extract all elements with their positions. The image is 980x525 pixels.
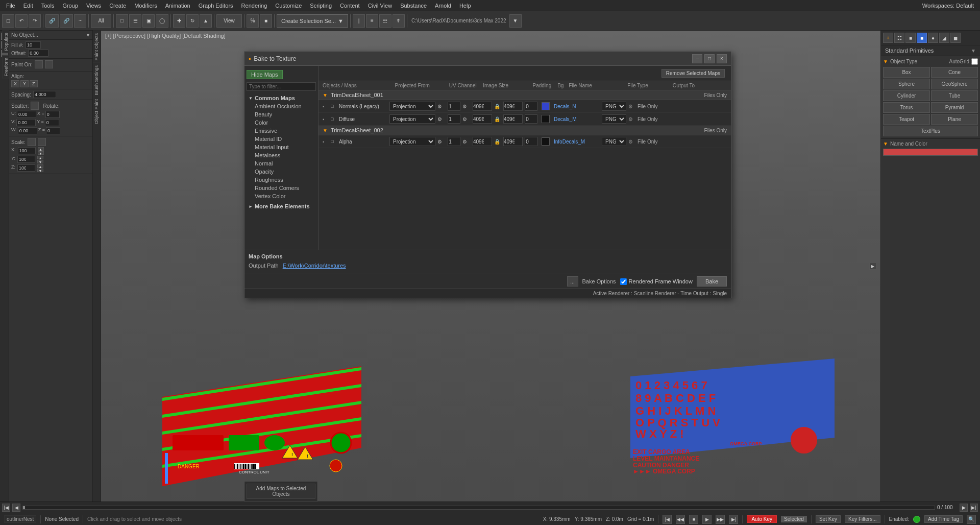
filter-input[interactable] — [247, 82, 316, 91]
scale-z-down[interactable]: ▼ — [37, 169, 43, 172]
pyramid-btn[interactable]: Pyramid — [931, 102, 978, 113]
tree-beauty[interactable]: Beauty — [244, 110, 318, 118]
rect-sel-btn[interactable]: ▣ — [142, 14, 155, 28]
diffuse-gear3-icon[interactable]: ⚙ — [628, 116, 635, 122]
geosphere-btn[interactable]: GeoSphere — [931, 79, 978, 89]
alpha-padding-input[interactable] — [525, 137, 537, 146]
normals-gear3-icon[interactable]: ⚙ — [628, 104, 635, 109]
menu-create[interactable]: Create — [105, 0, 130, 11]
paint-objects-tab[interactable]: Paint Objects — [93, 31, 101, 63]
diffuse-projection-select[interactable]: Projection — [389, 114, 435, 124]
create-selection-dropdown-icon[interactable]: ▼ — [338, 18, 344, 24]
normals-uv-input[interactable] — [448, 102, 460, 111]
diffuse-uv-input[interactable] — [448, 114, 460, 124]
normals-bg-color[interactable] — [542, 102, 550, 110]
menu-edit[interactable]: Edit — [19, 0, 37, 11]
paint-on-toggle2[interactable] — [45, 60, 53, 68]
menu-graph-editors[interactable]: Graph Editors — [194, 0, 237, 11]
bake-button[interactable]: Bake — [697, 276, 727, 287]
diffuse-filetype-select[interactable]: PNG — [602, 114, 626, 124]
fill-input[interactable] — [26, 41, 41, 49]
timeline-next-btn[interactable]: ▶ — [960, 504, 968, 512]
section-trimdecal002[interactable]: ▼ TrimDecalSheet_002 Files Only — [318, 126, 731, 135]
scale-x-up[interactable]: ▲ — [38, 147, 44, 151]
textplus-btn[interactable]: TextPlus — [883, 126, 978, 136]
tree-opacity[interactable]: Opacity — [244, 168, 318, 176]
torus-btn[interactable]: Torus — [883, 102, 930, 113]
key-filters-btn[interactable]: Key Filters... — [845, 515, 880, 523]
browse-button[interactable]: ... — [567, 276, 578, 287]
alpha-size-input[interactable] — [473, 137, 492, 146]
common-maps-parent[interactable]: ▼ Common Maps — [244, 94, 318, 102]
name-color-bar[interactable] — [883, 149, 978, 156]
alpha-gear3-icon[interactable]: ⚙ — [628, 139, 635, 145]
redo-btn[interactable]: ↷ — [29, 14, 41, 28]
snap-btn[interactable]: ■ — [260, 14, 272, 28]
viewport[interactable]: [+] [Perspective] [High Quality] [Defaul… — [101, 31, 880, 502]
diffuse-size2-input[interactable] — [503, 114, 523, 124]
tree-normal[interactable]: Normal — [244, 159, 318, 168]
scale-y-down[interactable]: ▼ — [37, 160, 43, 163]
menu-views[interactable]: Views — [82, 0, 105, 11]
menu-tools[interactable]: Tools — [37, 0, 59, 11]
timeline-progress[interactable] — [22, 506, 935, 510]
hierarchy-btn[interactable]: ☤ — [393, 14, 405, 28]
object-paint-tab[interactable]: Object Paint — [93, 97, 101, 126]
alpha-projection-select[interactable]: Projection — [389, 137, 435, 146]
set-key-btn[interactable]: Set Key — [816, 515, 841, 523]
playback-endframe-btn[interactable]: ▶| — [729, 515, 738, 524]
menu-group[interactable]: Group — [58, 0, 82, 11]
select-name-btn[interactable]: ☰ — [129, 14, 141, 28]
view-mode-btn[interactable]: View — [216, 14, 242, 28]
alpha-filetype-select[interactable]: PNG — [602, 137, 626, 146]
menu-animation[interactable]: Animation — [161, 0, 194, 11]
playback-end-btn[interactable]: ▶▶ — [716, 515, 725, 524]
alpha-gear-icon[interactable]: ⚙ — [437, 139, 446, 145]
cone-btn[interactable]: Cone — [931, 67, 978, 78]
normals-size-input[interactable] — [473, 102, 492, 111]
rotate-btn[interactable]: ↻ — [186, 14, 199, 28]
normals-gear2-icon[interactable]: ⚙ — [462, 104, 471, 109]
filter-sel[interactable]: All — [91, 14, 111, 28]
tree-color[interactable]: Color — [244, 118, 318, 127]
move-btn[interactable]: ✚ — [173, 14, 185, 28]
alpha-gear2-icon[interactable]: ⚙ — [462, 139, 471, 145]
freeform-tab[interactable]: Freeform — [2, 56, 9, 79]
scale-z-input[interactable] — [17, 164, 35, 172]
v-input[interactable] — [16, 119, 36, 126]
playback-start-btn[interactable]: |◀ — [663, 515, 672, 524]
unlink-btn[interactable]: 🔗 — [60, 14, 73, 28]
tree-emissive[interactable]: Emissive — [244, 127, 318, 135]
cylinder-btn[interactable]: Cylinder — [883, 90, 930, 101]
normals-projection-select[interactable]: Projection — [389, 102, 435, 111]
tube-btn[interactable]: Tube — [931, 90, 978, 101]
mirror-btn[interactable]: ∥ — [353, 14, 365, 28]
hide-maps-button[interactable]: Hide Maps — [247, 70, 283, 79]
scale-btn[interactable]: ▲ — [200, 14, 212, 28]
playback-play-btn[interactable]: ▶ — [702, 515, 712, 524]
align-x-btn[interactable]: X — [11, 80, 19, 87]
dialog-maximize-btn[interactable]: □ — [704, 54, 715, 63]
alpha-uv-input[interactable] — [448, 137, 460, 146]
brush-settings-tab[interactable]: Brush Settings — [93, 63, 101, 98]
menu-content[interactable]: Content — [336, 0, 364, 11]
align-z-btn[interactable]: Z — [30, 80, 38, 87]
z-rot-input[interactable] — [46, 127, 60, 134]
teapot-btn[interactable]: Teapot — [883, 114, 930, 125]
y-rot-input[interactable] — [45, 119, 59, 126]
normals-filetype-select[interactable]: PNG — [602, 102, 626, 111]
undo-btn[interactable]: ↶ — [15, 14, 28, 28]
normals-padding-input[interactable] — [525, 102, 537, 111]
circle-sel-btn[interactable]: ◯ — [156, 14, 168, 28]
menu-scripting[interactable]: Scripting — [306, 0, 336, 11]
rp-add-btn[interactable]: + — [883, 33, 893, 43]
diffuse-gear2-icon[interactable]: ⚙ — [462, 116, 471, 122]
alpha-size2-input[interactable] — [503, 137, 523, 146]
timeline-prev-btn[interactable]: ◀ — [12, 504, 20, 512]
diffuse-bg-color[interactable] — [542, 115, 550, 123]
u-input[interactable] — [17, 111, 36, 118]
menu-file[interactable]: File — [2, 0, 19, 11]
rp-icon6[interactable]: ◼ — [950, 33, 961, 43]
menu-modifiers[interactable]: Modifiers — [130, 0, 161, 11]
create-selection-button[interactable]: Create Selection Se... ▼ — [277, 14, 348, 28]
